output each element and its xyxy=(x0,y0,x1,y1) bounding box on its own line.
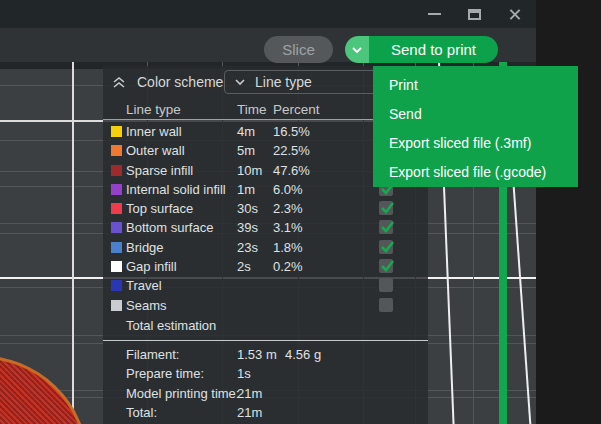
line-type-time: 23s xyxy=(237,240,258,255)
legend-row: Bridge23s1.8% xyxy=(103,238,428,257)
line-type-label: Top surface xyxy=(126,201,193,216)
total-estimation-label: Total estimation xyxy=(126,318,216,333)
legend-row: Gap infill2s0.2% xyxy=(103,257,428,276)
total-row: Model printing time:21m xyxy=(103,384,428,403)
line-type-label: Seams xyxy=(126,298,166,313)
send-to-print-menu: PrintSendExport sliced file (.3mf)Export… xyxy=(373,66,578,187)
menu-item[interactable]: Send xyxy=(373,100,578,129)
minimize-icon xyxy=(428,13,441,15)
line-type-label: Gap infill xyxy=(126,259,177,274)
line-type-time: 5m xyxy=(237,143,255,158)
line-type-time: 4m xyxy=(237,124,255,139)
line-type-time: 1m xyxy=(237,182,255,197)
collapse-panel-icon[interactable] xyxy=(112,76,126,89)
total-rows: Filament:1.53 m4.56 gPrepare time:1sMode… xyxy=(103,345,428,422)
line-type-percent: 22.5% xyxy=(273,143,310,158)
slice-button[interactable]: Slice xyxy=(264,36,333,63)
line-type-time: 30s xyxy=(237,201,258,216)
line-type-percent: 16.5% xyxy=(273,124,310,139)
total-row: Total:21m xyxy=(103,403,428,422)
line-type-color-swatch xyxy=(111,280,122,291)
line-type-visibility-checkbox[interactable] xyxy=(379,298,393,312)
line-type-color-swatch xyxy=(111,145,122,156)
total-row-value: 1.53 m xyxy=(237,347,277,362)
close-icon xyxy=(508,8,521,21)
line-type-color-swatch xyxy=(111,261,122,272)
line-type-label: Outer wall xyxy=(126,143,185,158)
total-row: Prepare time:1s xyxy=(103,364,428,383)
line-type-visibility-checkbox[interactable] xyxy=(379,259,393,273)
line-type-percent: 1.8% xyxy=(273,240,303,255)
line-type-visibility-checkbox[interactable] xyxy=(379,220,393,234)
total-row-value: 21m xyxy=(237,405,262,420)
line-type-visibility-checkbox[interactable] xyxy=(379,201,393,215)
color-scheme-selected: Line type xyxy=(255,74,312,90)
close-button[interactable] xyxy=(506,6,522,22)
line-type-percent: 0.2% xyxy=(273,259,303,274)
column-time: Time xyxy=(237,102,267,117)
line-type-label: Bridge xyxy=(126,240,164,255)
line-type-percent: 3.1% xyxy=(273,220,303,235)
legend-row: Top surface30s2.3% xyxy=(103,199,428,218)
chevron-down-icon xyxy=(234,77,246,87)
line-type-visibility-checkbox[interactable] xyxy=(379,278,393,292)
minimize-button[interactable] xyxy=(426,6,442,22)
title-bar xyxy=(0,0,536,28)
line-type-color-swatch xyxy=(111,203,122,214)
total-row-value-2: 4.56 g xyxy=(285,347,321,362)
total-row-value: 21m xyxy=(237,386,262,401)
total-row-label: Total: xyxy=(126,405,157,420)
line-type-percent: 47.6% xyxy=(273,163,310,178)
column-line-type: Line type xyxy=(126,102,181,117)
line-type-time: 2s xyxy=(237,259,251,274)
line-type-color-swatch xyxy=(111,126,122,137)
line-type-visibility-checkbox[interactable] xyxy=(379,240,393,254)
legend-row: Seams xyxy=(103,296,428,315)
line-type-label: Inner wall xyxy=(126,124,182,139)
menu-item[interactable]: Export sliced file (.3mf) xyxy=(373,129,578,158)
column-percent: Percent xyxy=(273,102,320,117)
line-type-color-swatch xyxy=(111,165,122,176)
total-row-label: Filament: xyxy=(126,347,179,362)
main-toolbar: Slice Send to print xyxy=(0,28,536,62)
total-row-value: 1s xyxy=(237,366,251,381)
total-row-label: Prepare time: xyxy=(126,366,204,381)
line-type-percent: 2.3% xyxy=(273,201,303,216)
menu-item[interactable]: Export sliced file (.gcode) xyxy=(373,158,578,187)
send-options-arrow-button[interactable] xyxy=(345,36,369,63)
grid-line xyxy=(72,62,74,424)
line-type-color-swatch xyxy=(111,222,122,233)
maximize-icon xyxy=(468,9,481,20)
line-type-color-swatch xyxy=(111,242,122,253)
line-type-label: Sparse infill xyxy=(126,163,193,178)
menu-item[interactable]: Print xyxy=(373,71,578,100)
app-window: Color scheme Line type Line type Time Pe… xyxy=(0,0,601,424)
send-to-print-button[interactable]: Send to print xyxy=(369,36,498,63)
chevron-down-icon xyxy=(351,45,363,55)
line-type-time: 39s xyxy=(237,220,258,235)
total-row: Filament:1.53 m4.56 g xyxy=(103,345,428,364)
line-type-label: Travel xyxy=(126,278,162,293)
line-type-color-swatch xyxy=(111,184,122,195)
legend-row: Travel xyxy=(103,276,428,295)
total-row-label: Model printing time: xyxy=(126,386,239,401)
line-type-time: 10m xyxy=(237,163,262,178)
color-scheme-label: Color scheme xyxy=(137,74,223,90)
line-type-color-swatch xyxy=(111,300,122,311)
divider xyxy=(103,340,428,341)
line-type-percent: 6.0% xyxy=(273,182,303,197)
maximize-button[interactable] xyxy=(466,6,482,22)
line-type-label: Internal solid infill xyxy=(126,182,226,197)
line-type-label: Bottom surface xyxy=(126,220,213,235)
legend-row: Bottom surface39s3.1% xyxy=(103,218,428,237)
